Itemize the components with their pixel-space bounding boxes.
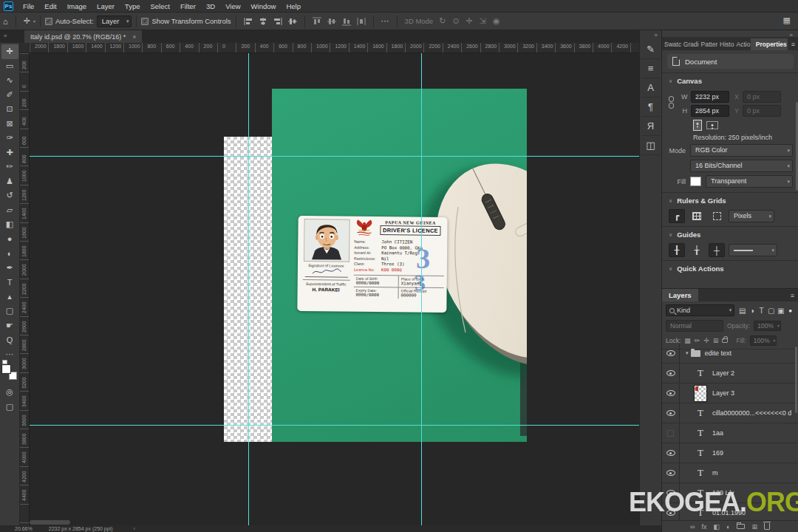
- character-panel-icon[interactable]: A: [641, 78, 661, 98]
- panel-menu-icon[interactable]: ≡: [788, 41, 798, 50]
- align-right-icon[interactable]: [272, 16, 284, 27]
- new-group-icon[interactable]: [737, 524, 745, 529]
- tool-shape[interactable]: ▢: [1, 304, 18, 318]
- color-swatches[interactable]: [1, 364, 18, 381]
- toggle-rulers-icon[interactable]: ┏: [669, 209, 685, 223]
- layer-mask-icon[interactable]: ◧: [713, 523, 720, 531]
- expand-group-icon[interactable]: ▾: [686, 350, 689, 356]
- link-dimensions-icon[interactable]: [669, 96, 675, 109]
- visibility-cell[interactable]: [662, 443, 680, 463]
- tool-crop[interactable]: ⊡: [1, 102, 18, 117]
- tab-gradi[interactable]: Gradi: [681, 38, 699, 50]
- auto-select-checkbox[interactable]: ✓: [45, 18, 52, 25]
- align-center-vertical-icon[interactable]: [287, 16, 299, 27]
- adjustments-icon[interactable]: ≡: [641, 59, 661, 78]
- brush-settings-icon[interactable]: ✎: [641, 40, 661, 59]
- tool-dodge[interactable]: ◐: [1, 246, 18, 261]
- close-tab-icon[interactable]: ×: [132, 33, 136, 41]
- filter-adjustment-icon[interactable]: ◑: [747, 307, 757, 315]
- visibility-cell[interactable]: [662, 364, 680, 383]
- guide-style-dropdown[interactable]: [729, 244, 777, 256]
- layer-name[interactable]: 1aa: [712, 429, 723, 437]
- menu-image[interactable]: Image: [62, 2, 92, 10]
- quick-mask-icon[interactable]: ◎: [1, 385, 18, 400]
- layer-row[interactable]: Tcilla0000000...<<<<<<<0 d: [662, 403, 798, 423]
- auto-select-target-dropdown[interactable]: Layer: [97, 16, 132, 27]
- menu-view[interactable]: View: [220, 2, 245, 10]
- portrait-orientation-icon[interactable]: [693, 120, 702, 131]
- tool-hand[interactable]: ☛: [1, 318, 18, 333]
- layer-row[interactable]: TLayer 2: [662, 364, 798, 383]
- align-left-icon[interactable]: [242, 16, 254, 27]
- tab-patter[interactable]: Patter: [699, 38, 717, 50]
- layers-scrollbar[interactable]: [795, 347, 797, 413]
- panel-menu-icon[interactable]: ≡: [787, 292, 798, 301]
- tool-path-selection[interactable]: ▴: [1, 290, 18, 304]
- fill-swatch[interactable]: [690, 177, 701, 186]
- menu-3d[interactable]: 3D: [201, 2, 220, 10]
- adjustment-layer-icon[interactable]: ◐: [726, 523, 730, 531]
- distribute-bottom-icon[interactable]: [341, 16, 352, 27]
- tool-preset-chevron-icon[interactable]: ▾: [33, 18, 35, 24]
- menu-type[interactable]: Type: [120, 2, 146, 10]
- canvas-viewport[interactable]: Signature of Licencee Superintendent of …: [30, 53, 639, 525]
- new-layer-icon[interactable]: ⊞: [751, 523, 757, 531]
- workspace-switcher-icon[interactable]: ▦: [783, 16, 791, 25]
- tool-lasso[interactable]: ∿: [1, 73, 18, 88]
- menu-edit[interactable]: Edit: [39, 2, 61, 10]
- more-options-icon[interactable]: ⋯: [378, 16, 392, 26]
- layer-row[interactable]: Layer 3: [662, 383, 798, 403]
- layer-name[interactable]: edite text: [705, 349, 732, 357]
- tool-object-selection[interactable]: ✐: [1, 88, 18, 103]
- tool-pen[interactable]: ✒: [1, 261, 18, 276]
- link-layers-icon[interactable]: ∞: [690, 523, 695, 531]
- horizontal-scrollbar[interactable]: [30, 520, 70, 525]
- clear-guides-icon[interactable]: ┼: [709, 243, 725, 257]
- layer-row[interactable]: T1aa: [662, 423, 798, 443]
- tool-move[interactable]: ✛: [1, 44, 18, 59]
- guides-section-header[interactable]: ∨ Guides: [662, 226, 798, 241]
- align-center-horizontal-icon[interactable]: [257, 16, 269, 27]
- menu-select[interactable]: Select: [145, 2, 174, 10]
- menu-filter[interactable]: Filter: [175, 2, 201, 10]
- layer-name[interactable]: Layer 3: [712, 389, 734, 397]
- distribute-horizontal-icon[interactable]: [355, 16, 367, 27]
- vertical-ruler[interactable]: 2000200400600800100012001400160018002000…: [20, 53, 30, 525]
- toggle-pixel-grid-icon[interactable]: [709, 209, 725, 223]
- filter-smart-object-icon[interactable]: ▣: [776, 307, 785, 315]
- visibility-cell[interactable]: [662, 463, 680, 482]
- ruler-origin-corner[interactable]: [20, 43, 30, 53]
- hidden-eye-icon[interactable]: [667, 430, 674, 437]
- menu-window[interactable]: Window: [246, 2, 282, 10]
- filter-kind-dropdown[interactable]: Kind: [666, 304, 734, 316]
- libraries-panel-icon[interactable]: ◫: [641, 136, 661, 155]
- delete-layer-icon[interactable]: [764, 523, 770, 530]
- toggle-guides-icon[interactable]: ╂: [669, 243, 685, 257]
- visibility-cell[interactable]: [662, 403, 680, 423]
- tool-gradient[interactable]: ◧: [1, 217, 18, 232]
- opacity-field[interactable]: 100%: [754, 321, 781, 331]
- vertical-guide[interactable]: [421, 53, 422, 525]
- tab-layers[interactable]: Layers: [662, 289, 698, 301]
- horizontal-guide[interactable]: [30, 425, 639, 426]
- filter-image-icon[interactable]: ▤: [737, 307, 747, 315]
- color-mode-dropdown[interactable]: RGB Color: [690, 144, 793, 157]
- move-tool-icon[interactable]: ✛: [21, 16, 33, 26]
- tab-histo[interactable]: Histo: [717, 38, 734, 50]
- document-properties-row[interactable]: Document: [667, 54, 794, 69]
- tool-history-brush[interactable]: ↺: [1, 188, 18, 203]
- toggle-grid-icon[interactable]: [689, 209, 705, 223]
- glyphs-panel-icon[interactable]: Я: [641, 117, 661, 136]
- canvas-section-header[interactable]: ∨ Canvas: [662, 72, 798, 87]
- show-transform-checkbox[interactable]: ✓: [141, 18, 149, 25]
- eye-icon[interactable]: [666, 410, 675, 416]
- zoom-level[interactable]: 20.66%: [15, 526, 33, 531]
- eye-icon[interactable]: [666, 390, 675, 396]
- horizontal-guide[interactable]: [30, 156, 639, 157]
- expand-panels-icon[interactable]: »: [655, 32, 658, 38]
- height-field[interactable]: 2854 px: [691, 105, 729, 117]
- tool-eyedropper[interactable]: ✑: [1, 131, 18, 146]
- layer-name[interactable]: m: [712, 469, 718, 477]
- menu-layer[interactable]: Layer: [92, 2, 120, 10]
- eye-icon[interactable]: [666, 350, 675, 356]
